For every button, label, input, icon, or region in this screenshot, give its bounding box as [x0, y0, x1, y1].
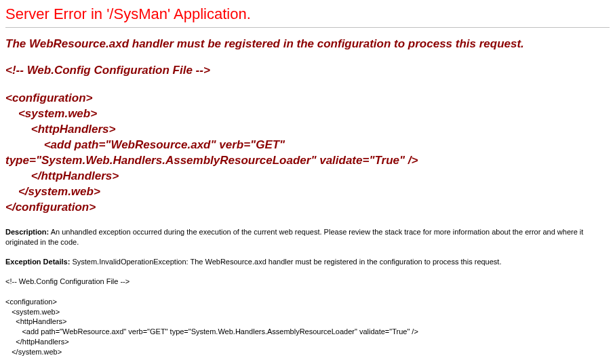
small-config-comment: <!-- Web.Config Configuration File -->: [5, 277, 130, 285]
divider: [5, 27, 610, 28]
exception-label: Exception Details:: [5, 258, 70, 266]
config-line: <httpHandlers>: [5, 123, 115, 136]
config-line: <system.web>: [5, 107, 97, 120]
config-line: </configuration>: [5, 201, 96, 214]
small-config-line: <system.web>: [5, 308, 60, 316]
config-xml-block: <configuration> <system.web> <httpHandle…: [5, 91, 610, 216]
config-line: </httpHandlers>: [5, 169, 119, 182]
small-config-line: </httpHandlers>: [5, 338, 69, 346]
small-config-line: <configuration>: [5, 298, 57, 306]
config-line: <add path="WebResource.axd" verb="GET": [5, 138, 285, 151]
config-line: <configuration>: [5, 92, 92, 104]
config-line: </system.web>: [5, 185, 100, 198]
small-config-line: <add path="WebResource.axd" verb="GET" t…: [5, 327, 418, 336]
exception-text: System.InvalidOperationException: The We…: [70, 258, 501, 266]
config-comment: <!-- Web.Config Configuration File -->: [5, 63, 610, 79]
error-subheading: The WebResource.axd handler must be regi…: [5, 37, 610, 51]
config-line: type="System.Web.Handlers.AssemblyResour…: [5, 154, 418, 167]
small-config-line: <httpHandlers>: [5, 317, 67, 325]
small-config-line: </system.web>: [5, 348, 62, 356]
small-config-block: <!-- Web.Config Configuration File --> <…: [5, 277, 610, 357]
page-title: Server Error in '/SysMan' Application.: [5, 5, 610, 23]
description-label: Description:: [5, 228, 49, 236]
description-paragraph: Description: An unhandled exception occu…: [5, 227, 610, 247]
exception-paragraph: Exception Details: System.InvalidOperati…: [5, 257, 610, 267]
description-text: An unhandled exception occurred during t…: [5, 228, 583, 246]
